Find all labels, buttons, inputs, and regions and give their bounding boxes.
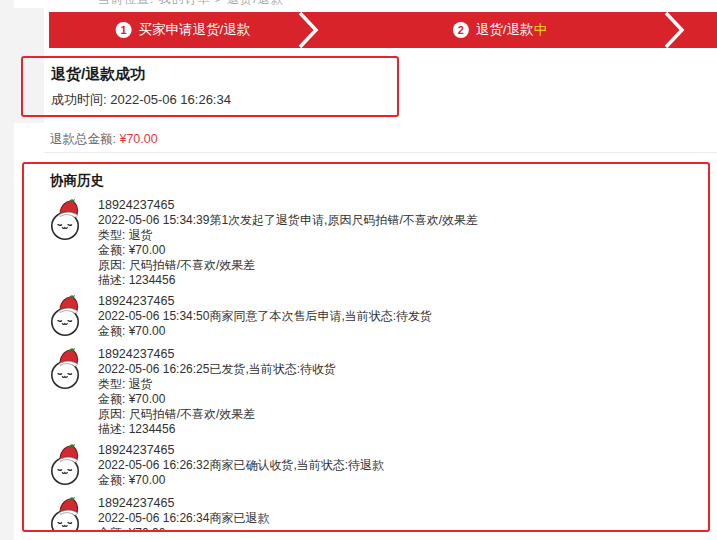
page-left-gutter: [0, 0, 14, 540]
history-entry-line: 2022-05-06 16:26:32商家已确认收货,当前状态:待退款: [98, 458, 384, 473]
history-entry: 18924237465 2022-05-06 15:34:50商家同意了本次售后…: [50, 294, 708, 341]
refund-total-amount: ¥70.00: [119, 132, 157, 146]
santa-hat-avatar-icon: [50, 495, 84, 532]
history-entry-user: 18924237465: [98, 198, 478, 213]
history-entry: 18924237465 2022-05-06 16:26:25已发货,当前状态:…: [50, 347, 708, 437]
history-entry-line: 2022-05-06 16:26:25已发货,当前状态:待收货: [98, 362, 336, 377]
history-entry: 18924237465 2022-05-06 16:26:32商家已确认收货,当…: [50, 443, 708, 490]
history-entry-line: 原因: 尺码拍错/不喜欢/效果差: [98, 407, 336, 422]
history-entry-user: 18924237465: [98, 496, 269, 511]
chevron-right-icon: [297, 12, 321, 48]
santa-hat-avatar-icon: [50, 197, 84, 245]
history-entry-user: 18924237465: [98, 294, 432, 309]
history-entry-line: 2022-05-06 15:34:39第1次发起了退货申请,原因尺码拍错/不喜欢…: [98, 213, 478, 228]
step-label-main: 退货/退款: [476, 22, 534, 37]
history-entry-line: 类型: 退货: [98, 228, 478, 243]
history-entry-body: 18924237465 2022-05-06 16:26:32商家已确认收货,当…: [98, 443, 384, 488]
history-entry-line: 类型: 退货: [98, 377, 336, 392]
history-entry-lines: 2022-05-06 16:26:34商家已退款金额: ¥70.00: [98, 511, 269, 532]
history-entry-lines: 2022-05-06 15:34:39第1次发起了退货申请,原因尺码拍错/不喜欢…: [98, 213, 478, 288]
history-entry-user: 18924237465: [98, 347, 336, 362]
history-entry-line: 描述: 1234456: [98, 273, 478, 288]
step-label: 退货/退款中: [476, 21, 547, 39]
step-label-highlight: 中: [534, 22, 548, 37]
chevron-right-icon: [663, 12, 687, 48]
refund-success-annotation-box: 退货/退款成功 成功时间: 2022-05-06 16:26:34: [21, 56, 399, 117]
progress-step-refund-in-progress: 2 退货/退款中: [453, 12, 547, 48]
negotiation-history-annotation-box: 协商历史 18924237465 2022-05-06 15:34:39第1次发…: [22, 162, 710, 532]
history-entry-lines: 2022-05-06 16:26:32商家已确认收货,当前状态:待退款金额: ¥…: [98, 458, 384, 488]
step-label: 买家申请退货/退款: [139, 21, 251, 39]
history-entry: 18924237465 2022-05-06 15:34:39第1次发起了退货申…: [50, 198, 708, 288]
history-entry-line: 金额: ¥70.00: [98, 392, 336, 407]
refund-success-time: 成功时间: 2022-05-06 16:26:34: [51, 91, 231, 109]
negotiation-history-list: 18924237465 2022-05-06 15:34:39第1次发起了退货申…: [50, 198, 708, 532]
santa-hat-avatar-icon: [50, 293, 84, 341]
refund-total-row: 退款总金额: ¥70.00: [50, 131, 158, 148]
history-entry: 18924237465 2022-05-06 16:26:34商家已退款金额: …: [50, 496, 708, 532]
history-entry-user: 18924237465: [98, 443, 384, 458]
negotiation-history-title: 协商历史: [50, 172, 708, 190]
step-number-badge: 2: [453, 22, 469, 38]
refund-success-title: 退货/退款成功: [51, 65, 145, 84]
santa-hat-avatar-icon: [50, 442, 84, 490]
history-entry-line: 原因: 尺码拍错/不喜欢/效果差: [98, 258, 478, 273]
breadcrumb[interactable]: 当前位置: 我的订单 > 退货/退款: [98, 0, 284, 8]
progress-step-buyer-apply: 1 买家申请退货/退款: [116, 12, 251, 48]
step-number-badge: 1: [116, 22, 132, 38]
history-entry-line: 金额: ¥70.00: [98, 243, 478, 258]
history-entry-lines: 2022-05-06 15:34:50商家同意了本次售后申请,当前状态:待发货金…: [98, 309, 432, 339]
santa-hat-avatar-icon: [50, 346, 84, 394]
section-divider: [44, 152, 717, 153]
refund-progress-bar: 1 买家申请退货/退款 2 退货/退款中: [49, 12, 717, 48]
history-entry-body: 18924237465 2022-05-06 16:26:25已发货,当前状态:…: [98, 347, 336, 437]
history-entry-body: 18924237465 2022-05-06 16:26:34商家已退款金额: …: [98, 496, 269, 532]
history-entry-lines: 2022-05-06 16:26:25已发货,当前状态:待收货类型: 退货金额:…: [98, 362, 336, 437]
history-entry-line: 金额: ¥70.00: [98, 473, 384, 488]
history-entry-body: 18924237465 2022-05-06 15:34:50商家同意了本次售后…: [98, 294, 432, 339]
history-entry-line: 金额: ¥70.00: [98, 324, 432, 339]
history-entry-line: 金额: ¥70.00: [98, 526, 269, 532]
history-entry-line: 描述: 1234456: [98, 422, 336, 437]
history-entry-line: 2022-05-06 16:26:34商家已退款: [98, 511, 269, 526]
refund-total-label: 退款总金额:: [50, 132, 116, 146]
history-entry-body: 18924237465 2022-05-06 15:34:39第1次发起了退货申…: [98, 198, 478, 288]
history-entry-line: 2022-05-06 15:34:50商家同意了本次售后申请,当前状态:待发货: [98, 309, 432, 324]
